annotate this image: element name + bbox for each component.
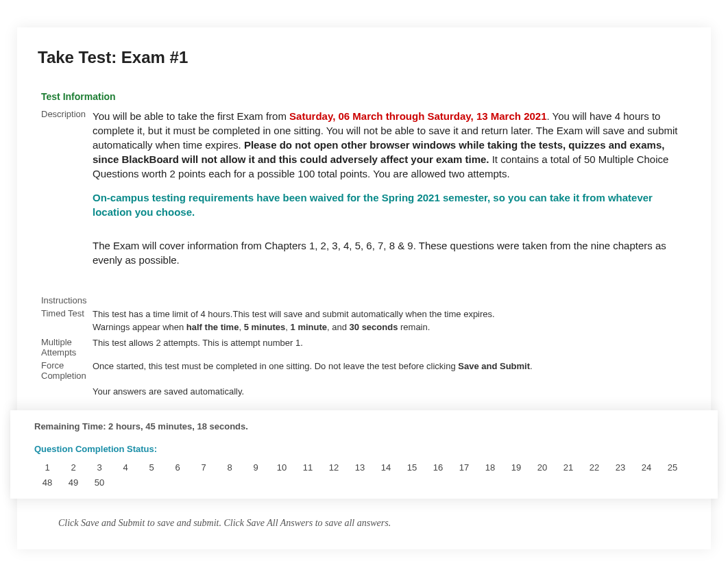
question-status-item[interactable]: 48: [34, 475, 60, 490]
timed-30sec: 30 seconds: [350, 322, 398, 332]
question-status-grid: 1234567891011121314151617181920212223242…: [34, 460, 694, 495]
force-completion-value: Once started, this test must be complete…: [93, 359, 687, 401]
instructions-row: Instructions: [41, 294, 687, 307]
test-page-container: Take Test: Exam #1 Test Information Desc…: [17, 27, 711, 549]
desc-waiver-notice: On-campus testing requirements have been…: [93, 192, 653, 218]
timed-test-label: Timed Test: [41, 307, 93, 336]
autosave-text: Your answers are saved automatically.: [93, 386, 244, 397]
question-status-item[interactable]: 49: [60, 475, 86, 490]
question-status-item[interactable]: 2: [60, 460, 86, 475]
timed-text: ,: [239, 322, 243, 332]
question-status-item[interactable]: 7: [191, 460, 217, 475]
force-text: Once started, this test must be complete…: [93, 361, 458, 371]
remaining-time-display: Remaining Time: 2 hours, 45 minutes, 18 …: [34, 417, 694, 436]
timed-test-value: This test has a time limit of 4 hours.Th…: [93, 307, 687, 336]
desc-dates: Saturday, 06 March through Saturday, 13 …: [289, 110, 546, 122]
question-status-item[interactable]: 50: [86, 475, 112, 490]
question-status-item[interactable]: 3: [86, 460, 112, 475]
status-panel: Remaining Time: 2 hours, 45 minutes, 18 …: [10, 410, 718, 499]
instructions-label: Instructions: [41, 294, 93, 307]
question-status-item[interactable]: 10: [269, 460, 295, 475]
question-status-item[interactable]: 15: [399, 460, 425, 475]
desc-coverage: The Exam will cover information from Cha…: [93, 240, 666, 266]
timed-text: Warnings appear when: [93, 322, 186, 332]
question-status-item[interactable]: 19: [503, 460, 529, 475]
question-status-item[interactable]: 8: [217, 460, 243, 475]
multiple-attempts-value: This test allows 2 attempts. This is att…: [93, 336, 687, 359]
question-status-item[interactable]: 17: [451, 460, 477, 475]
timed-half: half the time: [186, 322, 239, 332]
question-status-item[interactable]: 1: [34, 460, 60, 475]
question-status-item[interactable]: 9: [243, 460, 269, 475]
question-status-item[interactable]: 4: [112, 460, 138, 475]
test-info-header: Test Information: [41, 91, 687, 102]
question-status-item[interactable]: 24: [633, 460, 659, 475]
footer-instructions: Click Save and Submit to save and submit…: [17, 499, 711, 529]
description-row: Description You will be able to take the…: [41, 108, 687, 294]
test-information-section: Test Information Description You will be…: [24, 81, 704, 410]
question-status-item[interactable]: 11: [295, 460, 321, 475]
description-paragraph-1: You will be able to take the first Exam …: [93, 109, 687, 181]
question-status-item[interactable]: 25: [659, 460, 685, 475]
question-status-item[interactable]: 5: [138, 460, 165, 475]
question-status-item[interactable]: 6: [165, 460, 191, 475]
timed-5min: 5 minutes: [244, 322, 286, 332]
timed-text: remain.: [398, 322, 430, 332]
timed-text: This test has a time limit of 4 hours.Th…: [93, 309, 495, 319]
question-status-item[interactable]: 20: [529, 460, 555, 475]
instructions-value: [93, 294, 687, 307]
timed-test-row: Timed Test This test has a time limit of…: [41, 307, 687, 336]
page-title: Take Test: Exam #1: [17, 41, 711, 81]
force-completion-label: Force Completion: [41, 359, 93, 401]
description-paragraph-3: The Exam will cover information from Cha…: [93, 238, 687, 267]
question-status-item[interactable]: 16: [425, 460, 451, 475]
question-status-item[interactable]: 12: [321, 460, 347, 475]
question-status-item[interactable]: 18: [477, 460, 503, 475]
timed-text: ,: [285, 322, 290, 332]
description-paragraph-2: On-campus testing requirements have been…: [93, 190, 687, 219]
question-status-item[interactable]: 22: [581, 460, 607, 475]
force-text: .: [530, 361, 533, 371]
timed-text: , and: [327, 322, 350, 332]
test-info-table: Description You will be able to take the…: [41, 108, 687, 400]
force-completion-row: Force Completion Once started, this test…: [41, 359, 687, 401]
question-status-item[interactable]: 13: [347, 460, 373, 475]
timed-1min: 1 minute: [291, 322, 327, 332]
desc-text: You will be able to take the first Exam …: [93, 110, 289, 122]
question-completion-label: Question Completion Status:: [34, 436, 694, 460]
multiple-attempts-label: Multiple Attempts: [41, 336, 93, 359]
question-status-item[interactable]: 14: [373, 460, 399, 475]
question-status-item[interactable]: 23: [607, 460, 633, 475]
description-label: Description: [41, 108, 93, 294]
question-status-item[interactable]: 21: [555, 460, 581, 475]
save-submit-bold: Save and Submit: [458, 361, 530, 371]
description-value: You will be able to take the first Exam …: [93, 108, 687, 294]
multiple-attempts-row: Multiple Attempts This test allows 2 att…: [41, 336, 687, 359]
